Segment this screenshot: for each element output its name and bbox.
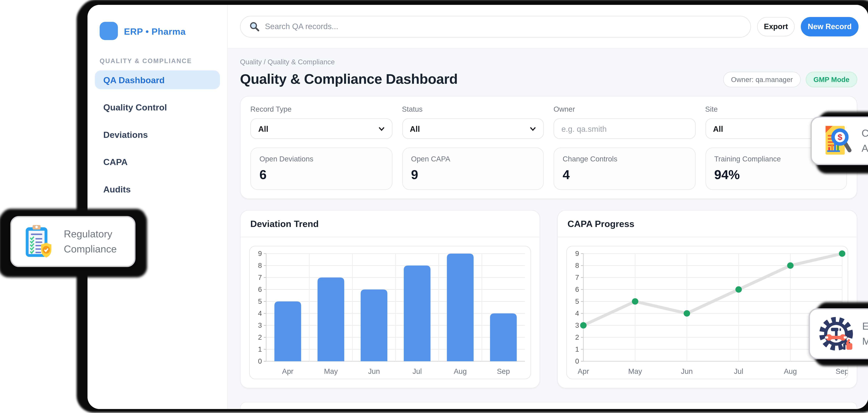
sidebar-item-capa[interactable]: CAPA <box>95 152 220 171</box>
screenshot-stage: ERP • Pharma QUALITY & COMPLIANCE QA Das… <box>0 0 868 413</box>
chevron-down-icon <box>378 127 384 131</box>
chart-header: Deviation Trend <box>241 211 539 237</box>
app-window: ERP • Pharma QUALITY & COMPLIANCE QA Das… <box>88 5 868 409</box>
record-type-select[interactable]: All <box>250 118 392 139</box>
cost-analysis-sticker: $ Cost Analysis <box>810 116 868 165</box>
svg-text:2: 2 <box>575 334 579 341</box>
stat-label: Open CAPA <box>411 155 535 163</box>
owner-input[interactable] <box>561 124 687 133</box>
cost-magnifier-icon: $ <box>820 124 854 158</box>
search-box[interactable] <box>240 15 751 37</box>
chevron-down-icon <box>530 127 536 131</box>
chart-header: CAPA Progress <box>558 211 857 237</box>
svg-text:7: 7 <box>575 274 579 282</box>
stat-open-deviations: Open Deviations 6 <box>250 147 392 190</box>
svg-text:8: 8 <box>258 262 262 270</box>
regulatory-compliance-sticker: Regulatory Compliance <box>10 216 135 267</box>
filter-label: Status <box>402 105 544 113</box>
stat-value: 6 <box>259 168 383 182</box>
svg-text:Jun: Jun <box>681 368 693 376</box>
filter-owner: Owner <box>554 105 695 139</box>
svg-text:Sep: Sep <box>497 368 510 376</box>
clipboard-check-icon <box>20 223 57 260</box>
capa-progress-card: CAPA Progress 0123456789AprMayJunJulAugS… <box>557 210 858 388</box>
svg-text:8: 8 <box>575 262 579 270</box>
content: Quality / Quality & Compliance Quality &… <box>228 48 868 409</box>
svg-text:Apr: Apr <box>578 368 589 376</box>
stat-value: 9 <box>411 168 535 182</box>
search-input[interactable] <box>265 22 742 31</box>
filter-record-type: Record Type All <box>250 105 392 139</box>
status-value: All <box>410 124 420 133</box>
sidebar-item-label: CAPA <box>103 157 128 167</box>
export-button-label: Export <box>764 22 788 31</box>
export-button[interactable]: Export <box>757 16 795 36</box>
svg-text:1: 1 <box>575 346 579 353</box>
svg-text:0: 0 <box>258 357 262 365</box>
status-select[interactable]: All <box>402 118 544 139</box>
svg-text:Aug: Aug <box>454 368 467 376</box>
stat-value: 94% <box>714 168 838 182</box>
sidebar-item-qa-dashboard[interactable]: QA Dashboard <box>95 70 220 89</box>
svg-text:May: May <box>628 368 642 376</box>
sticker-label: Equipment Maintenance <box>862 319 868 349</box>
svg-text:9: 9 <box>258 250 262 257</box>
owner-badge: Owner: qa.manager <box>723 71 801 87</box>
sidebar-item-deviations[interactable]: Deviations <box>95 125 220 144</box>
sidebar-item-label: QA Dashboard <box>103 75 164 84</box>
svg-text:$: $ <box>838 132 842 142</box>
stat-label: Change Controls <box>563 155 686 163</box>
sidebar-item-audits[interactable]: Audits <box>95 180 220 199</box>
sidebar-item-label: Audits <box>103 184 131 194</box>
sticker-label: Cost Analysis <box>862 126 868 156</box>
svg-text:0: 0 <box>575 357 579 365</box>
charts-row: Deviation Trend 0123456789AprMayJunJulAu… <box>240 210 858 388</box>
svg-text:3: 3 <box>258 322 262 330</box>
brand-row: ERP • Pharma <box>100 21 220 41</box>
title-row: Quality & Compliance Dashboard Owner: qa… <box>240 71 858 88</box>
svg-text:4: 4 <box>258 310 262 317</box>
chart-title: Deviation Trend <box>250 218 530 229</box>
sidebar-item-quality-control[interactable]: Quality Control <box>95 98 220 117</box>
filter-label: Site <box>705 105 847 113</box>
sidebar-section-label: QUALITY & COMPLIANCE <box>100 57 215 64</box>
new-record-button-label: New Record <box>808 22 852 31</box>
owner-input-wrap <box>554 118 695 139</box>
breadcrumb: Quality / Quality & Compliance <box>240 58 858 66</box>
stat-change-controls: Change Controls 4 <box>554 147 695 190</box>
filter-label: Owner <box>554 105 695 113</box>
svg-text:5: 5 <box>575 298 579 306</box>
svg-text:Jun: Jun <box>368 368 380 376</box>
app-logo-icon <box>100 22 118 40</box>
gmp-mode-badge: GMP Mode <box>806 71 857 87</box>
stats-row: Open Deviations 6 Open CAPA 9 Change Con… <box>250 147 847 190</box>
svg-text:3: 3 <box>575 322 579 330</box>
deviation-trend-chart: 0123456789AprMayJunJulAugSep <box>249 246 531 379</box>
svg-text:Aug: Aug <box>784 368 797 376</box>
svg-text:May: May <box>324 368 338 376</box>
sidebar-item-label: Deviations <box>103 130 148 139</box>
svg-text:4: 4 <box>575 310 579 317</box>
svg-text:6: 6 <box>258 286 262 294</box>
svg-text:9: 9 <box>575 250 579 257</box>
header-badges: Owner: qa.manager GMP Mode <box>723 71 857 87</box>
site-value: All <box>713 124 723 133</box>
sticker-label: Regulatory Compliance <box>64 227 126 256</box>
svg-text:2: 2 <box>258 334 262 341</box>
page-title: Quality & Compliance Dashboard <box>240 71 458 88</box>
chart-body: 0123456789AprMayJunJulAugSep <box>241 237 539 388</box>
main-area: Export New Record Quality / Quality & Co… <box>228 5 868 409</box>
filters-card: Record Type All Status All <box>240 96 858 199</box>
stat-open-capa: Open CAPA 9 <box>402 147 544 190</box>
filter-label: Record Type <box>250 105 392 113</box>
record-type-value: All <box>258 124 268 133</box>
next-section-card-edge <box>240 402 858 409</box>
svg-text:5: 5 <box>258 298 262 306</box>
stat-label: Open Deviations <box>259 155 383 163</box>
new-record-button[interactable]: New Record <box>801 16 859 36</box>
equipment-maintenance-sticker: Equipment Maintenance <box>809 308 868 359</box>
gear-tools-icon <box>818 316 855 352</box>
filters-row: Record Type All Status All <box>250 105 847 139</box>
stat-value: 4 <box>563 168 686 182</box>
svg-text:7: 7 <box>258 274 262 282</box>
